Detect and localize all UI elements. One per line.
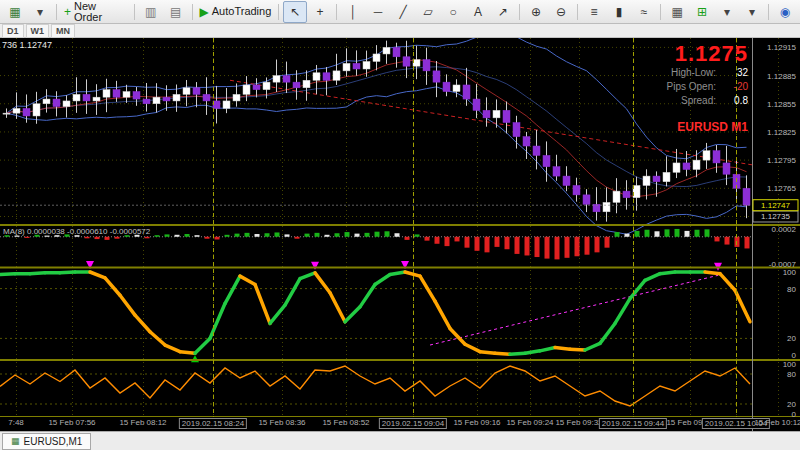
shapes-tool[interactable]: ○ [441, 1, 465, 23]
time-axis-label: 15 Feb 08:12 [119, 418, 166, 427]
line-chart-button[interactable]: ≈ [632, 1, 656, 23]
cursor-tool[interactable]: ↖ [283, 1, 307, 23]
bar-chart-button[interactable]: ≡ [582, 1, 606, 23]
svg-text:1.12885: 1.12885 [767, 72, 796, 81]
time-axis-label: 2019.02.15 09:04 [379, 418, 447, 429]
history-center-button[interactable]: ◉ [773, 1, 797, 23]
big-price: 1.1275 [667, 42, 748, 66]
zoom-in-button[interactable]: ⊕ [524, 1, 548, 23]
time-axis: 7:4815 Feb 07:5615 Feb 08:122019.02.15 0… [0, 417, 800, 431]
time-axis-label: 2019.02.15 09:44 [599, 418, 667, 429]
bar-chart-button-icon: ≡ [591, 6, 598, 18]
stat-value: -20 [722, 80, 748, 94]
line-chart-button-icon: ≈ [641, 6, 648, 18]
tile-windows-button-icon: ▦ [671, 6, 682, 18]
chart-info-panel: 1.1275 High-Low:32Pips Open:-20Spread:0.… [667, 42, 748, 134]
zoom-out-button[interactable]: ⊖ [549, 1, 573, 23]
new-chart-dropdown-icon: ▾ [37, 6, 43, 18]
cursor-tool-icon: ↖ [290, 6, 300, 18]
stat-label: Pips Open: [667, 80, 716, 94]
vertical-line-tool[interactable]: │ [341, 1, 365, 23]
timeframe-w1[interactable]: W1 [26, 24, 50, 38]
svg-text:80: 80 [787, 370, 796, 379]
svg-text:1.12915: 1.12915 [767, 43, 796, 52]
chart-stats: High-Low:32Pips Open:-20Spread:0.8 [667, 66, 748, 108]
time-axis-label: 2019.02.15 08:24 [179, 418, 247, 429]
stat-label: High-Low: [671, 66, 716, 80]
autotrading-button-label: AutoTrading [212, 6, 272, 17]
toolbar-separator [278, 4, 279, 20]
svg-text:80: 80 [787, 285, 796, 294]
candle-chart-button-icon: ▮ [616, 6, 623, 18]
history-center-button-icon: ◉ [780, 6, 790, 18]
time-axis-label: 15 Feb 08:52 [322, 418, 369, 427]
toolbar-separator [336, 4, 337, 20]
new-chart-dropdown[interactable]: ▾ [28, 1, 52, 23]
indicators-dropdown-icon: ▾ [724, 6, 730, 18]
indicators-button[interactable]: ⊞ [690, 1, 714, 23]
mt4-window: ▦▾+New Order▥▤▶AutoTrading↖+│─╱▱○A↗⊕⊖≡▮≈… [0, 0, 800, 450]
svg-text:0: 0 [792, 351, 797, 360]
stat-label: Spread: [681, 94, 716, 108]
autotrading-button-icon: ▶ [200, 6, 209, 18]
new-chart-button-icon: ▦ [9, 6, 20, 18]
new-order-button[interactable]: +New Order [61, 1, 130, 23]
indicators-dropdown[interactable]: ▾ [715, 1, 739, 23]
time-axis-label: 15 Feb 09:32 [555, 418, 602, 427]
toolbar-separator [577, 4, 578, 20]
timeframe-d1[interactable]: D1 [2, 24, 24, 38]
svg-text:100: 100 [783, 360, 797, 369]
trendline-tool[interactable]: ╱ [391, 1, 415, 23]
crosshair-tool[interactable]: + [308, 1, 332, 23]
svg-text:1.12735: 1.12735 [761, 212, 790, 221]
toolbar-timeframes: D1W1MN [0, 24, 800, 38]
time-axis-label: 15 Feb 07:56 [48, 418, 95, 427]
chart-tab-eurusd-m1[interactable]: ▦ EURUSD,M1 [2, 433, 91, 450]
indicators-button-icon: ⊞ [697, 6, 707, 18]
zoom-out-button-icon: ⊖ [556, 6, 566, 18]
toolbar-main: ▦▾+New Order▥▤▶AutoTrading↖+│─╱▱○A↗⊕⊖≡▮≈… [0, 0, 800, 24]
profiles-button[interactable]: ▥ [139, 1, 163, 23]
channel-tool[interactable]: ▱ [416, 1, 440, 23]
channel-tool-icon: ▱ [423, 6, 432, 18]
timeframe-mn[interactable]: MN [51, 24, 75, 38]
new-order-button-label: New Order [74, 1, 127, 23]
vertical-line-tool-icon: │ [349, 6, 357, 18]
charts-layout-button[interactable]: ▤ [164, 1, 188, 23]
time-axis-label: 15 Feb 08:36 [258, 418, 305, 427]
histogram-indicator-label: MA(8) 0.0000038 -0.0000610 -0.0000572 [3, 227, 150, 236]
time-axis-label: 15 Feb 10:12 [754, 418, 800, 427]
text-tool-icon: A [474, 6, 482, 18]
stat-row: Spread:0.8 [667, 94, 748, 108]
horizontal-line-tool[interactable]: ─ [366, 1, 390, 23]
toolbar-separator [519, 4, 520, 20]
toolbar-separator [768, 4, 769, 20]
crosshair-tool-icon: + [317, 6, 324, 18]
shapes-tool-icon: ○ [449, 6, 456, 18]
chart-tab-icon: ▦ [11, 436, 20, 446]
candle-chart-button[interactable]: ▮ [607, 1, 631, 23]
arrows-tool[interactable]: ↗ [491, 1, 515, 23]
new-chart-button[interactable]: ▦ [3, 1, 27, 23]
time-axis-label: 15 Feb 09:24 [506, 418, 553, 427]
svg-text:20: 20 [787, 400, 796, 409]
new-order-button-icon: + [64, 6, 71, 18]
stat-value: 32 [722, 66, 748, 80]
svg-text:0.0002: 0.0002 [772, 225, 797, 234]
stat-row: Pips Open:-20 [667, 80, 748, 94]
charts-layout-button-icon: ▤ [170, 6, 181, 18]
timeframes-dropdown-icon: ▾ [749, 6, 755, 18]
toolbar-separator [660, 4, 661, 20]
stat-value: 0.8 [722, 94, 748, 108]
timeframes-dropdown[interactable]: ▾ [740, 1, 764, 23]
toolbar-separator [134, 4, 135, 20]
horizontal-line-tool-icon: ─ [374, 6, 383, 18]
text-tool[interactable]: A [466, 1, 490, 23]
tile-windows-button[interactable]: ▦ [665, 1, 689, 23]
svg-text:100: 100 [783, 268, 797, 277]
data-window-values: 736 1.12747 [2, 40, 52, 50]
time-axis-label: 15 Feb 09:16 [453, 418, 500, 427]
autotrading-button[interactable]: ▶AutoTrading [197, 1, 274, 23]
svg-text:1.12765: 1.12765 [767, 184, 796, 193]
toolbar-separator [56, 4, 57, 20]
